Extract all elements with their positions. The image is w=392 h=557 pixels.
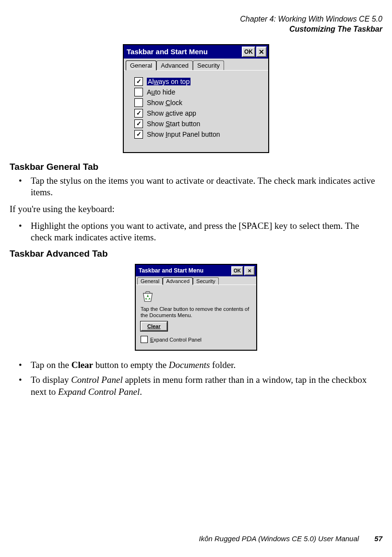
- check-icon: ✓: [136, 110, 142, 116]
- tab-advanced[interactable]: Advanced: [163, 277, 193, 285]
- instruction-expand-control-panel: To display Control Panel applets in menu…: [29, 374, 382, 398]
- option-show-start-button[interactable]: ✓ Show Start button: [134, 119, 263, 128]
- option-auto-hide[interactable]: Auto hide: [134, 88, 263, 96]
- option-show-input-panel-button[interactable]: ✓ Show Input Panel button: [134, 130, 263, 139]
- section-title: Customizing The Taskbar: [10, 24, 382, 35]
- page-header: Chapter 4: Working With Windows CE 5.0 C…: [10, 14, 382, 35]
- ok-button[interactable]: OK: [242, 47, 255, 57]
- option-show-clock[interactable]: Show Clock: [134, 98, 263, 107]
- dialog-body: ✓ Always on top Auto hide Show Clock ✓ S…: [124, 71, 268, 152]
- dialog-body: Tap the Clear button to remove the conte…: [136, 285, 256, 350]
- tab-general[interactable]: General: [126, 60, 156, 71]
- close-button[interactable]: ✕: [244, 266, 255, 275]
- recycle-bin-icon: [141, 289, 155, 303]
- check-icon: ✓: [136, 78, 142, 84]
- checkbox[interactable]: [141, 336, 148, 343]
- instruction-clear: Tap on the Clear button to empty the Doc…: [29, 359, 382, 371]
- instruction-stylus: Tap the stylus on the items you want to …: [29, 175, 382, 199]
- close-icon: ✕: [248, 268, 251, 273]
- option-always-on-top[interactable]: ✓ Always on top: [134, 77, 263, 86]
- titlebar: Taskbar and Start Menu OK ✕: [136, 265, 256, 276]
- footer-manual-title: Ikôn Rugged PDA (Windows CE 5.0) User Ma…: [199, 534, 359, 543]
- checkbox[interactable]: ✓: [134, 109, 143, 118]
- check-icon: ✓: [136, 120, 142, 127]
- option-show-active-app[interactable]: ✓ Show active app: [134, 109, 263, 118]
- close-button[interactable]: ✕: [256, 47, 267, 57]
- page-footer: Ikôn Rugged PDA (Windows CE 5.0) User Ma…: [10, 534, 382, 543]
- instruction-keyboard-intro: If you're using the keyboard:: [10, 203, 382, 215]
- checkbox[interactable]: [134, 98, 143, 107]
- taskbar-dialog-advanced: Taskbar and Start Menu OK ✕ General Adva…: [135, 264, 257, 351]
- heading-general-tab: Taskbar General Tab: [10, 162, 382, 172]
- ok-button[interactable]: OK: [231, 266, 243, 275]
- option-expand-control-panel[interactable]: Expand Control Panel: [141, 336, 252, 343]
- tab-row: General Advanced Security: [124, 59, 268, 71]
- tab-security[interactable]: Security: [193, 60, 224, 70]
- tab-advanced[interactable]: Advanced: [156, 60, 193, 70]
- taskbar-dialog-general: Taskbar and Start Menu OK ✕ General Adva…: [123, 44, 269, 153]
- dialog-title: Taskbar and Start Menu: [139, 267, 203, 274]
- tab-general[interactable]: General: [137, 277, 163, 284]
- page-number: 57: [374, 534, 382, 543]
- clear-help-text: Tap the Clear button to remove the conte…: [141, 306, 252, 319]
- tab-row: General Advanced Security: [136, 276, 256, 285]
- checkbox[interactable]: ✓: [134, 77, 143, 86]
- titlebar: Taskbar and Start Menu OK ✕: [124, 45, 268, 59]
- instruction-keyboard: Highlight the options you want to activa…: [29, 220, 382, 244]
- tab-security[interactable]: Security: [193, 277, 219, 284]
- dialog-title: Taskbar and Start Menu: [127, 47, 208, 56]
- check-icon: ✓: [136, 131, 142, 137]
- checkbox[interactable]: [134, 88, 143, 96]
- close-icon: ✕: [259, 48, 264, 56]
- checkbox[interactable]: ✓: [134, 130, 143, 139]
- clear-button[interactable]: Clear: [141, 321, 167, 331]
- chapter-title: Chapter 4: Working With Windows CE 5.0: [10, 14, 382, 24]
- checkbox[interactable]: ✓: [134, 119, 143, 128]
- heading-advanced-tab: Taskbar Advanced Tab: [10, 249, 382, 259]
